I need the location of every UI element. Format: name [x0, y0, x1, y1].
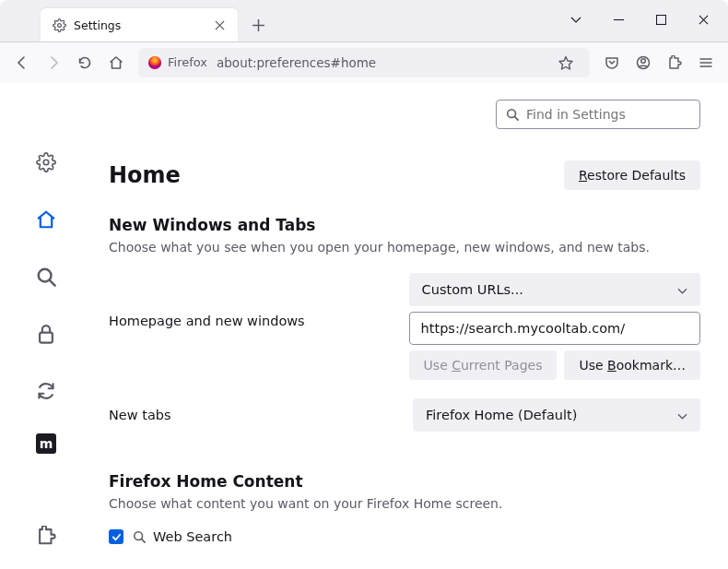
homepage-mode-select[interactable]: Custom URLs...	[409, 273, 700, 306]
pocket-button[interactable]	[597, 48, 627, 77]
minimize-button[interactable]	[597, 5, 640, 34]
newtabs-label: New tabs	[109, 408, 413, 422]
find-in-settings-input[interactable]	[526, 107, 690, 122]
bookmark-star-button[interactable]	[551, 48, 581, 77]
sync-icon	[36, 381, 56, 401]
use-bookmark-button[interactable]: Use Bookmark…	[564, 350, 700, 380]
address-bar[interactable]: Firefox about:preferences#home	[138, 48, 590, 77]
gear-icon	[52, 18, 66, 32]
chevron-down-icon	[677, 408, 687, 422]
reload-button[interactable]	[70, 48, 100, 77]
sidebar-item-general[interactable]	[31, 148, 61, 177]
select-value: Custom URLs...	[422, 282, 523, 297]
maximize-button[interactable]	[640, 5, 682, 34]
svg-point-5	[641, 58, 646, 63]
section-title: New Windows and Tabs	[109, 216, 700, 234]
gear-icon	[36, 152, 56, 172]
find-in-settings[interactable]	[496, 100, 700, 129]
section-desc: Choose what you see when you open your h…	[109, 240, 700, 255]
sidebar-item-sync[interactable]	[31, 376, 61, 406]
puzzle-icon	[36, 526, 56, 546]
lock-icon	[36, 324, 56, 344]
account-button[interactable]	[628, 48, 658, 77]
sidebar-item-privacy[interactable]	[31, 319, 61, 349]
search-icon	[36, 267, 56, 287]
svg-rect-1	[656, 15, 665, 24]
restore-defaults-button[interactable]: Restore Defaults	[564, 160, 700, 190]
web-search-label: Web Search	[133, 529, 232, 544]
mozilla-icon: m	[40, 436, 53, 451]
new-tab-button[interactable]	[245, 12, 271, 38]
home-button[interactable]	[101, 48, 131, 77]
extensions-button[interactable]	[660, 48, 689, 77]
identity-label: Firefox	[168, 55, 207, 69]
newtabs-select[interactable]: Firefox Home (Default)	[413, 398, 700, 432]
web-search-option[interactable]: Web Search	[109, 529, 700, 544]
tab-title: Settings	[74, 18, 210, 32]
main-area: m Home Restore Defaults New Windows and …	[0, 83, 728, 569]
chevron-down-icon	[677, 282, 687, 297]
sidebar-item-home[interactable]	[31, 205, 61, 234]
close-window-button[interactable]	[682, 5, 724, 34]
section-firefox-home-content: Firefox Home Content Choose what content…	[109, 472, 700, 544]
home-icon	[36, 209, 56, 230]
select-value: Firefox Home (Default)	[426, 408, 577, 422]
window-controls	[555, 5, 728, 34]
firefox-logo-icon	[147, 55, 162, 70]
close-tab-button[interactable]	[210, 16, 229, 34]
section-desc: Choose what content you want on your Fir…	[109, 496, 700, 511]
page-title: Home	[109, 162, 181, 188]
tab-dropdown-button[interactable]	[555, 5, 597, 34]
section-new-windows-tabs: New Windows and Tabs Choose what you see…	[109, 216, 700, 432]
section-title: Firefox Home Content	[109, 472, 700, 491]
svg-point-3	[148, 56, 161, 69]
svg-point-0	[57, 23, 61, 27]
forward-button[interactable]	[39, 48, 68, 77]
sidebar-item-extensions[interactable]	[31, 521, 61, 551]
app-menu-button[interactable]	[691, 48, 721, 77]
window-titlebar: Settings	[0, 0, 728, 42]
url-text: about:preferences#home	[217, 55, 376, 70]
svg-rect-8	[40, 333, 53, 343]
sidebar-item-search[interactable]	[31, 262, 61, 291]
settings-content: Home Restore Defaults New Windows and Ta…	[92, 83, 728, 569]
web-search-checkbox[interactable]	[109, 529, 123, 544]
search-icon	[506, 108, 519, 121]
homepage-label: Homepage and new windows	[109, 273, 409, 328]
svg-point-6	[43, 160, 49, 165]
settings-sidebar: m	[0, 83, 92, 569]
homepage-url-input[interactable]	[409, 312, 700, 345]
search-icon	[133, 530, 146, 543]
site-identity[interactable]: Firefox	[147, 55, 207, 70]
navigation-toolbar: Firefox about:preferences#home	[0, 42, 728, 83]
sidebar-item-more-mozilla[interactable]: m	[36, 433, 56, 454]
browser-tab[interactable]: Settings	[41, 8, 238, 41]
use-current-pages-button[interactable]: Use Current Pages	[409, 350, 558, 380]
back-button[interactable]	[7, 48, 37, 77]
